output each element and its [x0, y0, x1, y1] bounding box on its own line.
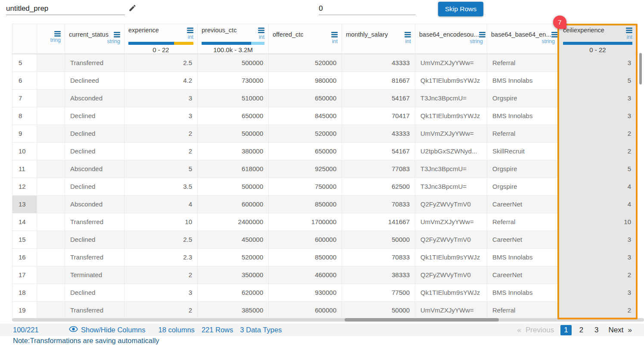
- pagination-page-3[interactable]: 3: [591, 325, 602, 335]
- pagination: « Previous 123 Next »: [517, 325, 632, 335]
- eye-icon: [69, 326, 78, 334]
- cell-previous_ctc: 500000: [198, 54, 269, 72]
- row-number-cell[interactable]: 14: [12, 213, 37, 231]
- cell-base64_encodesou: T3Jnc3BpcmU=: [415, 89, 487, 107]
- column-menu-icon[interactable]: [479, 32, 485, 38]
- column-name: previous_ctc: [202, 27, 236, 34]
- pagination-page-2[interactable]: 2: [576, 325, 587, 335]
- cell-experience: 2.3: [124, 248, 198, 266]
- row-number-cell[interactable]: 16: [12, 248, 37, 266]
- cell-previous_ctc: 385000: [198, 301, 269, 319]
- row-number-cell[interactable]: 11: [12, 160, 37, 178]
- column-header-ceiliexperience[interactable]: ceiliexperienceint0 - 22: [559, 24, 637, 54]
- cell-previous_ctc: 520000: [198, 248, 269, 266]
- cell-base64_encodesou: UmVmZXJyYWw=: [415, 125, 487, 142]
- header-row: tringcurrent_statusstringexperienceint0 …: [12, 24, 637, 54]
- table-row: 13Absconded460000085000070833Q2FyZWVyTmV…: [12, 195, 637, 213]
- cell-experience: 2: [124, 266, 198, 284]
- cell-monthly_salary: 70833: [342, 195, 415, 213]
- column-menu-icon[interactable]: [187, 28, 193, 33]
- cell-experience: 5: [124, 160, 198, 178]
- cell-offered_ctc: 750000: [269, 178, 342, 195]
- column-header-current_status[interactable]: current_statusstring: [65, 24, 124, 54]
- horizontal-scrollbar-track[interactable]: [12, 318, 644, 322]
- table-row: 16Transferred2.352000085000070833Qk1TIEl…: [12, 248, 637, 266]
- cell-base64_base64_en: Referral: [487, 54, 559, 72]
- clipped-column-cell: [37, 195, 65, 213]
- cell-current_status: Declined: [65, 107, 124, 125]
- column-menu-icon[interactable]: [404, 32, 411, 38]
- data-prep-screen: Skip Rows tringcurrent_statusstringexper…: [0, 0, 644, 350]
- row-number-cell[interactable]: 6: [12, 72, 37, 89]
- cell-base64_encodesou: Qk1TIElubm9sYWJz: [415, 284, 487, 301]
- column-type-label: int: [346, 38, 411, 44]
- cell-previous_ctc: 2400000: [198, 213, 269, 231]
- cell-base64_base64_en: Referral: [487, 301, 559, 319]
- column-type-label: int: [563, 34, 632, 40]
- column-menu-icon[interactable]: [54, 31, 61, 37]
- column-name: base64_encodesou...: [419, 31, 479, 38]
- clipped-column-cell: [37, 248, 65, 266]
- cell-monthly_salary: 141667: [342, 213, 415, 231]
- column-distribution-bar: [563, 42, 632, 45]
- column-menu-icon[interactable]: [331, 32, 338, 38]
- cell-base64_base64_en: BMS Innolabs: [487, 284, 559, 301]
- pagination-page-1[interactable]: 1: [560, 325, 571, 335]
- cell-current_status: Absconded: [65, 195, 124, 213]
- column-menu-icon[interactable]: [258, 28, 264, 33]
- row-number-cell[interactable]: 18: [12, 284, 37, 301]
- show-hide-columns-button[interactable]: Show/Hide Columns: [69, 326, 145, 334]
- skip-rows-input[interactable]: [319, 3, 416, 15]
- row-number-cell[interactable]: 9: [12, 125, 37, 142]
- column-header-base64_encodesou[interactable]: base64_encodesou...string: [415, 24, 487, 54]
- cell-offered_ctc: 520000: [269, 54, 342, 72]
- skip-rows-button[interactable]: Skip Rows: [438, 2, 483, 16]
- column-menu-icon[interactable]: [114, 32, 120, 38]
- row-number-cell[interactable]: 19: [12, 301, 37, 319]
- cell-ceiliexperience: 3: [559, 231, 637, 248]
- cell-experience: 3: [124, 89, 198, 107]
- transformation-step-badge[interactable]: 7: [553, 16, 566, 29]
- pagination-previous-button[interactable]: « Previous: [517, 326, 554, 334]
- row-number-cell[interactable]: 8: [12, 107, 37, 125]
- previous-arrow-icon: «: [517, 326, 521, 334]
- cell-previous_ctc: 450000: [198, 231, 269, 248]
- column-header-experience[interactable]: experienceint0 - 22: [124, 24, 198, 54]
- row-number-cell[interactable]: 5: [12, 54, 37, 72]
- cell-experience: 4: [124, 195, 198, 213]
- edit-pencil-icon[interactable]: [128, 4, 137, 14]
- column-menu-icon[interactable]: [551, 32, 558, 38]
- data-grid: tringcurrent_statusstringexperienceint0 …: [12, 24, 637, 319]
- column-header-monthly_salary[interactable]: monthly_salaryint: [342, 24, 415, 54]
- cell-base64_encodesou: Q2FyZWVyTmV0: [415, 195, 487, 213]
- cell-current_status: Transferred: [65, 301, 124, 319]
- column-menu-icon[interactable]: [626, 28, 632, 33]
- row-number-cell[interactable]: 7: [12, 89, 37, 107]
- vertical-scrollbar-thumb[interactable]: [639, 53, 642, 84]
- column-header-base64_base64_en[interactable]: base64_base64_en...string: [487, 24, 559, 54]
- table-row: 15Declined2.545000060000050000Q2FyZWVyTm…: [12, 231, 637, 248]
- cell-previous_ctc: 730000: [198, 72, 269, 89]
- row-number-cell[interactable]: 12: [12, 178, 37, 195]
- clipped-column-cell: [37, 72, 65, 89]
- column-name: experience: [128, 27, 159, 34]
- cell-base64_encodesou: U2tpbGxSZWNyd...: [415, 142, 487, 160]
- prep-name-input[interactable]: [6, 3, 125, 15]
- row-number-cell[interactable]: 10: [12, 142, 37, 160]
- pagination-next-button[interactable]: Next »: [609, 326, 632, 334]
- column-header-previous_ctc[interactable]: previous_ctcint100.0k - 3.2M: [198, 24, 269, 54]
- column-header-clipped[interactable]: tring: [37, 24, 65, 54]
- cell-base64_encodesou: UmVmZXJyYWw=: [415, 213, 487, 231]
- horizontal-scrollbar-thumb[interactable]: [345, 318, 499, 322]
- clipped-column-cell: [37, 125, 65, 142]
- row-number-cell[interactable]: 17: [12, 266, 37, 284]
- columns-count-label: 18 columns: [158, 326, 194, 334]
- row-number-cell[interactable]: 13: [12, 195, 37, 213]
- column-header-offered_ctc[interactable]: offered_ctcint: [269, 24, 342, 54]
- table-row: 17Terminated235000046000038333Q2FyZWVyTm…: [12, 266, 637, 284]
- column-type-label: string: [69, 38, 120, 44]
- row-number-cell[interactable]: 15: [12, 231, 37, 248]
- cell-base64_base64_en: BMS Innolabs: [487, 72, 559, 89]
- table-row: 5Transferred2.550000052000043333UmVmZXJy…: [12, 54, 637, 72]
- table-row: 12Declined3.550000075000062500T3Jnc3Bpcm…: [12, 178, 637, 195]
